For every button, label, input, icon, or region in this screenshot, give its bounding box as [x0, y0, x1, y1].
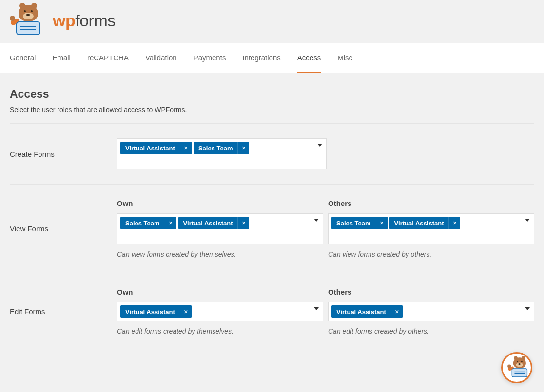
help-text: Can edit forms created by themselves.: [117, 327, 323, 335]
chevron-down-icon[interactable]: [525, 307, 530, 310]
logo: wpforms: [10, 5, 534, 36]
chip-remove-icon[interactable]: ×: [180, 305, 192, 318]
help-text: Can edit forms created by others.: [328, 327, 534, 335]
chip: Virtual Assistant ×: [389, 217, 461, 229]
chip-remove-icon[interactable]: ×: [391, 305, 403, 318]
chip-label: Virtual Assistant: [120, 142, 180, 154]
chip-label: Virtual Assistant: [120, 305, 180, 318]
chip-label: Sales Team: [194, 142, 238, 154]
header: wpforms: [0, 0, 544, 43]
create-forms-select[interactable]: Virtual Assistant × Sales Team ×: [117, 138, 327, 169]
settings-tabs: General Email reCAPTCHA Validation Payme…: [0, 43, 544, 73]
tab-validation[interactable]: Validation: [145, 43, 177, 73]
view-forms-own-select[interactable]: Sales Team × Virtual Assistant ×: [117, 213, 323, 244]
chip-remove-icon[interactable]: ×: [165, 217, 176, 229]
chip-label: Virtual Assistant: [178, 217, 238, 229]
wpforms-mascot-icon: [10, 5, 49, 36]
chip-remove-icon[interactable]: ×: [237, 142, 249, 154]
content: Access Select the user roles that are al…: [0, 73, 544, 360]
page-title: Access: [10, 88, 534, 101]
field-label-own: Own: [117, 199, 323, 207]
tab-integrations[interactable]: Integrations: [242, 43, 280, 73]
edit-forms-others-select[interactable]: Virtual Assistant ×: [328, 302, 534, 321]
wpforms-mascot-icon: [507, 357, 526, 360]
tab-recaptcha[interactable]: reCAPTCHA: [87, 43, 129, 73]
view-forms-others-select[interactable]: Sales Team × Virtual Assistant ×: [328, 213, 534, 244]
field-label-others: Others: [328, 288, 534, 296]
page-description: Select the user roles that are allowed a…: [10, 106, 534, 113]
chip-remove-icon[interactable]: ×: [448, 217, 460, 229]
logo-text: wpforms: [53, 11, 116, 30]
chip: Sales Team ×: [120, 217, 176, 229]
chevron-down-icon[interactable]: [525, 219, 530, 222]
field-label-own: Own: [117, 288, 323, 296]
section-label: Create Forms: [10, 138, 117, 169]
chip-remove-icon[interactable]: ×: [376, 217, 388, 229]
help-text: Can view forms created by others.: [328, 250, 534, 258]
chip: Virtual Assistant ×: [120, 142, 192, 154]
chip-label: Sales Team: [331, 217, 376, 229]
section-label: View Forms: [10, 199, 117, 258]
tab-payments[interactable]: Payments: [194, 43, 226, 73]
section-create-forms: Create Forms Virtual Assistant × Sales T…: [10, 123, 534, 184]
field-label-others: Others: [328, 199, 534, 207]
chip: Sales Team ×: [331, 217, 388, 229]
chip: Virtual Assistant ×: [178, 217, 250, 229]
tab-general[interactable]: General: [10, 43, 36, 73]
chip: Virtual Assistant ×: [331, 305, 403, 318]
edit-forms-own-select[interactable]: Virtual Assistant ×: [117, 302, 323, 321]
tab-email[interactable]: Email: [52, 43, 71, 73]
section-edit-forms: Edit Forms Own Virtual Assistant × Can e…: [10, 273, 534, 350]
tab-misc[interactable]: Misc: [337, 43, 352, 73]
chevron-down-icon[interactable]: [314, 307, 319, 310]
chip-label: Sales Team: [120, 217, 165, 229]
chip-remove-icon[interactable]: ×: [237, 217, 249, 229]
chip: Sales Team ×: [194, 142, 250, 154]
chip-remove-icon[interactable]: ×: [180, 142, 192, 154]
help-text: Can view forms created by themselves.: [117, 250, 323, 258]
tab-access[interactable]: Access: [297, 43, 321, 73]
chip-label: Virtual Assistant: [389, 217, 449, 229]
section-view-forms: View Forms Own Sales Team × Virtual Assi…: [10, 184, 534, 273]
chip-label: Virtual Assistant: [331, 305, 391, 318]
section-label: Edit Forms: [10, 288, 117, 335]
chevron-down-icon[interactable]: [317, 144, 322, 147]
chip: Virtual Assistant ×: [120, 305, 192, 318]
chevron-down-icon[interactable]: [314, 219, 319, 222]
